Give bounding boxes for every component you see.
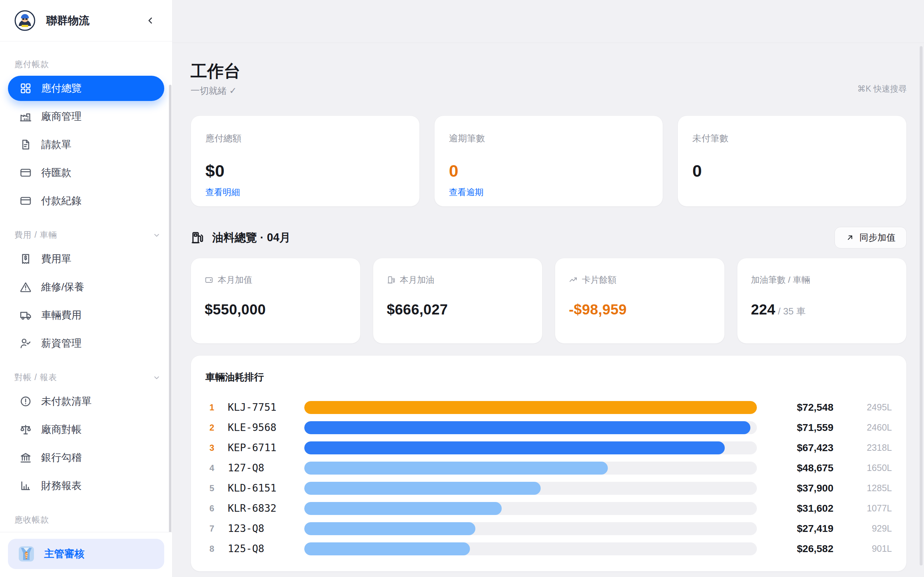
sidebar-item-label: 維修/保養	[41, 280, 84, 294]
receipt-dollar-icon	[19, 253, 32, 265]
fuel-card-label: 加油筆數 / 車輛	[751, 274, 810, 285]
stat-value: 0	[449, 161, 649, 181]
sidebar-item-payment-records[interactable]: 付款紀錄	[8, 188, 164, 213]
vehicle-plate: 123-Q8	[228, 522, 295, 534]
vehicle-plate: KLE-9568	[228, 422, 295, 434]
fuel-rank-row: 5 KLD-6151 $37,900 1285L	[205, 478, 892, 498]
bar-fill	[304, 462, 608, 475]
bar-track	[304, 421, 757, 434]
app-title: 聯群物流	[46, 13, 143, 28]
bank-icon	[19, 451, 32, 464]
dashboard-grid-icon	[19, 82, 32, 95]
fuel-card-monthly-fuel: 本月加油 $666,027	[373, 258, 543, 344]
bar-fill	[304, 482, 541, 495]
sidebar-collapse-button[interactable]	[143, 13, 158, 28]
vehicle-plate: KLJ-7751	[228, 401, 295, 413]
sidebar-scrollbar[interactable]	[169, 85, 171, 532]
sidebar-item-pending-remittance[interactable]: 待匯款	[8, 160, 164, 185]
section-label: 應付帳款	[15, 59, 49, 70]
fuel-liters: 901L	[843, 543, 892, 554]
sidebar-item-label: 應付總覽	[41, 82, 82, 95]
stat-cards-row: 應付總額 $0 查看明細 逾期筆數 0 查看逾期 未付筆數 0	[191, 115, 907, 206]
sidebar-item-invoices[interactable]: 請款單	[8, 132, 164, 157]
view-overdue-link[interactable]: 查看逾期	[449, 187, 484, 198]
bar-fill	[304, 542, 470, 555]
fuel-card-label: 卡片餘額	[582, 274, 617, 285]
sidebar-item-payroll[interactable]: 薪資管理	[8, 331, 164, 356]
fuel-card-monthly-topup: 本月加值 $550,000	[191, 258, 360, 344]
view-details-link[interactable]: 查看明細	[205, 187, 240, 198]
fuel-rank-row: 4 127-Q8 $48,675 1650L	[205, 458, 892, 478]
fuel-liters: 2460L	[843, 422, 892, 433]
sidebar-section-reconciliation-reports[interactable]: 對帳 / 報表	[15, 372, 161, 383]
fuel-amount: $72,548	[766, 402, 834, 413]
alert-circle-icon	[19, 395, 32, 408]
sidebar-section-expenses-vehicles[interactable]: 費用 / 車輛	[15, 229, 161, 240]
sidebar-header: 聯群物流	[0, 0, 172, 42]
fuel-rank-row: 7 123-Q8 $27,419 929L	[205, 519, 892, 539]
bar-fill	[304, 442, 725, 455]
person-check-icon	[19, 337, 32, 350]
fuel-card-value: $550,000	[205, 301, 347, 318]
rank-number: 2	[205, 423, 218, 433]
sidebar-item-label: 銀行勾稽	[41, 451, 82, 464]
vehicle-plate: KEP-6711	[228, 442, 295, 454]
fuel-card-value: 224 / 35 車	[751, 301, 893, 318]
section-label: 費用 / 車輛	[15, 229, 57, 240]
trending-up-icon	[569, 276, 577, 284]
vehicle-plate: KLR-6832	[228, 502, 295, 514]
stat-value: 0	[692, 161, 892, 181]
main-scrollbar[interactable]	[920, 46, 922, 566]
page-title: 工作台	[191, 62, 241, 81]
fuel-liters: 1077L	[843, 503, 892, 514]
fuel-card-label: 本月加油	[400, 274, 435, 285]
stat-card-total-payable: 應付總額 $0 查看明細	[191, 115, 420, 206]
stat-card-overdue-count: 逾期筆數 0 查看逾期	[434, 115, 663, 206]
fuel-rank-row: 8 125-Q8 $26,582 901L	[205, 539, 892, 559]
rank-number: 8	[205, 544, 218, 554]
document-icon	[19, 139, 32, 151]
sidebar-item-repair-maintenance[interactable]: 維修/保養	[8, 274, 164, 300]
quick-search-shortcut[interactable]: ⌘K 快速搜尋	[857, 83, 907, 97]
fuel-card-refuel-count: 加油筆數 / 車輛 224 / 35 車	[737, 258, 907, 344]
sync-topup-button[interactable]: 同步加值	[835, 227, 907, 248]
bar-fill	[304, 401, 757, 414]
sidebar-item-manager-approval[interactable]: 主管審核	[8, 539, 164, 569]
section-label: 應收帳款	[15, 514, 49, 525]
rank-number: 6	[205, 503, 218, 514]
sidebar-item-label: 廠商管理	[41, 110, 82, 123]
fuel-section-title: 油料總覽 · 04月	[212, 230, 835, 245]
factory-icon	[19, 110, 32, 122]
sidebar-section-receivables: 應收帳款	[15, 514, 161, 525]
credit-card-icon	[19, 167, 32, 179]
sidebar-item-payable-overview[interactable]: 應付總覽	[8, 76, 164, 101]
fuel-rank-row: 1 KLJ-7751 $72,548 2495L	[205, 397, 892, 417]
sidebar-item-vehicle-expenses[interactable]: 車輛費用	[8, 303, 164, 328]
sidebar-item-vendor-management[interactable]: 廠商管理	[8, 104, 164, 129]
vehicle-plate: 127-Q8	[228, 462, 295, 474]
fuel-liters: 929L	[843, 523, 892, 534]
truck-icon	[19, 309, 32, 321]
bar-track	[304, 542, 757, 555]
sidebar-item-expense-bills[interactable]: 費用單	[8, 246, 164, 272]
fuel-card-value: -$98,959	[569, 301, 711, 318]
stat-card-unpaid-count: 未付筆數 0	[677, 115, 907, 206]
sidebar-nav: 應付帳款 應付總覽 廠商管理 請款單 待匯款 付款紀錄 費用 / 車輛	[0, 42, 172, 532]
fuel-amount: $48,675	[766, 462, 834, 474]
sidebar-item-label: 廠商對帳	[41, 423, 82, 436]
page-header: 工作台 一切就緒 ✓ ⌘K 快速搜尋	[191, 62, 907, 97]
sidebar-item-label: 財務報表	[41, 479, 82, 493]
fuel-card-value-suffix: / 35 車	[775, 306, 806, 317]
sidebar-item-financial-reports[interactable]: 財務報表	[8, 473, 164, 498]
sidebar-item-unpaid-list[interactable]: 未付款清單	[8, 389, 164, 414]
chevron-down-icon	[153, 231, 161, 239]
rank-number: 1	[205, 403, 218, 413]
sidebar: 聯群物流 應付帳款 應付總覽 廠商管理 請款單 待匯款 付款紀錄	[0, 0, 173, 577]
sidebar-item-label: 主管審核	[44, 547, 84, 561]
sidebar-item-bank-reconciliation[interactable]: 銀行勾稽	[8, 445, 164, 470]
sidebar-item-vendor-reconciliation[interactable]: 廠商對帳	[8, 417, 164, 442]
bar-fill	[304, 522, 475, 535]
fuel-card-label: 本月加值	[218, 274, 252, 285]
stat-label: 逾期筆數	[449, 132, 649, 144]
bar-fill	[304, 421, 750, 434]
